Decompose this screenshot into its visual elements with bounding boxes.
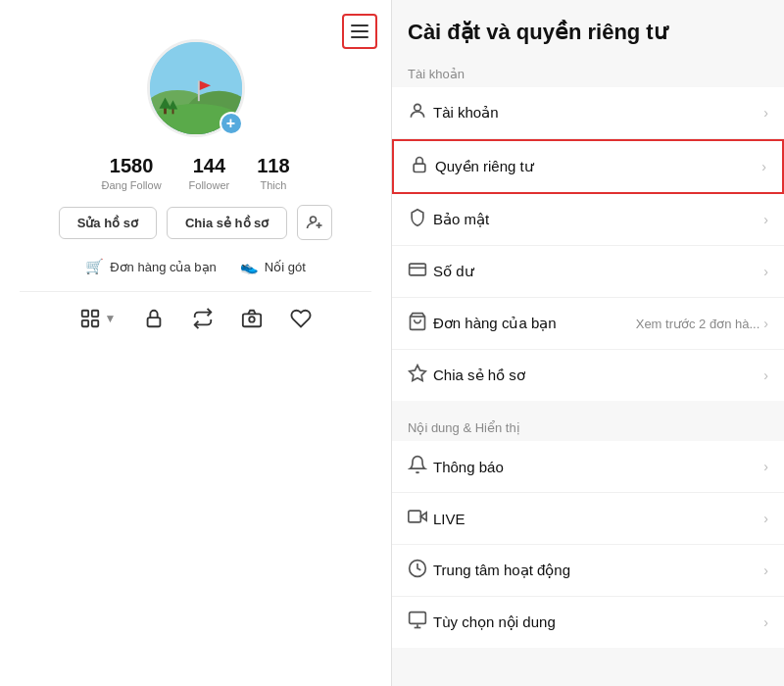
add-avatar-button[interactable]: +: [220, 112, 243, 135]
privacy-label: Quyền riêng tư: [435, 158, 761, 175]
chevron-icon: ›: [763, 563, 768, 578]
chevron-icon: ›: [763, 368, 768, 383]
activity-icon: [408, 559, 433, 582]
links-row: 🛒 Đơn hàng của bạn 👟 Nối gót: [85, 258, 306, 275]
svg-rect-30: [410, 612, 426, 624]
orders-label: Đơn hàng của bạn: [110, 260, 217, 274]
section-gap: [392, 401, 784, 411]
orders-sub: Xem trước 2 đơn hà...: [636, 317, 760, 331]
share-icon: [408, 364, 433, 387]
security-icon: [408, 208, 433, 231]
content-options-label: Tùy chọn nội dung: [433, 613, 763, 631]
menu-item-content-options[interactable]: Tùy chọn nội dung ›: [392, 597, 784, 648]
svg-rect-16: [81, 320, 87, 326]
cart-icon: 🛒: [85, 258, 104, 275]
security-label: Bảo mật: [433, 211, 763, 228]
divider: [20, 291, 371, 292]
svg-rect-22: [414, 164, 425, 172]
chevron-icon: ›: [763, 459, 768, 474]
section-label-content: Nội dung & Hiển thị: [392, 411, 784, 441]
orders-link[interactable]: 🛒 Đơn hàng của bạn: [85, 258, 217, 275]
balance-icon: [408, 260, 433, 283]
live-icon: [408, 507, 433, 530]
chevron-icon: ›: [763, 264, 768, 279]
orders-label: Đơn hàng của bạn: [433, 315, 636, 332]
settings-title: Cài đặt và quyền riêng tư: [408, 20, 768, 45]
account-menu-list: Tài khoản › Quyền riêng tư › Bảo mật ›: [392, 87, 784, 401]
action-row: Sửa hồ sơ Chia sẻ hồ sơ: [59, 205, 333, 240]
svg-point-11: [311, 217, 317, 222]
following-count: 1580: [110, 155, 154, 177]
content-menu-list: Thông báo › LIVE › Trung tâm hoạt động ›: [392, 441, 784, 648]
followers-count: 144: [193, 155, 225, 177]
menu-item-live[interactable]: LIVE ›: [392, 493, 784, 545]
chevron-icon: ›: [763, 511, 768, 526]
menu-button[interactable]: [342, 14, 377, 49]
settings-header: Cài đặt và quyền riêng tư: [392, 0, 784, 57]
stats-row: 1580 Đang Follow 144 Follower 118 Thich: [101, 155, 289, 191]
menu-item-share[interactable]: Chia sẻ hồ sơ ›: [392, 350, 784, 401]
stat-likes: 118 Thich: [257, 155, 289, 191]
stat-followers: 144 Follower: [189, 155, 230, 191]
account-label: Tài khoản: [433, 104, 763, 122]
balance-label: Số dư: [433, 263, 763, 280]
svg-rect-14: [81, 311, 87, 317]
heart-icon-button[interactable]: [290, 308, 312, 329]
chevron-icon: ›: [763, 316, 768, 331]
edit-profile-button[interactable]: Sửa hồ sơ: [59, 207, 157, 239]
likes-label: Thich: [260, 179, 286, 191]
svg-point-20: [250, 317, 256, 322]
chevron-icon: ›: [763, 614, 768, 630]
right-panel: Cài đặt và quyền riêng tư Tài khoản Tài …: [392, 0, 784, 686]
svg-rect-23: [410, 264, 426, 275]
shoes-label: Nối gót: [265, 260, 306, 274]
chevron-icon: ›: [763, 212, 768, 227]
left-panel: + 1580 Đang Follow 144 Follower 118 Thic…: [0, 0, 392, 686]
svg-rect-17: [91, 320, 97, 326]
notification-icon: [408, 455, 433, 478]
live-label: LIVE: [433, 511, 763, 527]
menu-item-privacy[interactable]: Quyền riêng tư ›: [392, 139, 784, 194]
stat-following: 1580 Đang Follow: [101, 155, 161, 191]
grid-icon-button[interactable]: ▼: [79, 308, 117, 329]
menu-item-activity[interactable]: Trung tâm hoạt động ›: [392, 545, 784, 597]
share-profile-button[interactable]: Chia sẻ hồ sơ: [167, 207, 287, 239]
avatar-section: +: [147, 39, 245, 137]
menu-item-notifications[interactable]: Thông báo ›: [392, 441, 784, 493]
menu-item-account[interactable]: Tài khoản ›: [392, 87, 784, 139]
menu-item-orders[interactable]: Đơn hàng của bạn Xem trước 2 đơn hà... ›: [392, 298, 784, 350]
content-icon: [408, 611, 433, 634]
svg-rect-5: [197, 80, 199, 101]
notifications-label: Thông báo: [433, 459, 763, 475]
svg-rect-28: [409, 511, 421, 522]
activity-label: Trung tâm hoạt động: [433, 562, 763, 579]
shoes-icon: 👟: [240, 258, 259, 275]
menu-item-security[interactable]: Bảo mật ›: [392, 194, 784, 246]
followers-label: Follower: [189, 179, 230, 191]
share-label: Chia sẻ hồ sơ: [433, 367, 763, 384]
svg-marker-27: [420, 513, 426, 520]
svg-marker-26: [410, 366, 426, 381]
privacy-icon: [410, 155, 435, 178]
hamburger-icon: [351, 24, 368, 38]
dropdown-arrow: ▼: [105, 312, 117, 325]
lock-icon-button[interactable]: [143, 308, 165, 329]
account-icon: [408, 101, 433, 124]
chevron-icon: ›: [761, 159, 766, 174]
svg-rect-18: [148, 318, 161, 326]
menu-item-balance[interactable]: Số dư ›: [392, 246, 784, 298]
likes-count: 118: [257, 155, 289, 177]
icon-nav: ▼: [79, 308, 313, 329]
section-label-account: Tài khoản: [392, 57, 784, 87]
following-label: Đang Follow: [101, 179, 161, 191]
camera-icon-button[interactable]: [241, 308, 263, 329]
chevron-icon: ›: [763, 105, 768, 121]
shoes-link[interactable]: 👟 Nối gót: [240, 258, 306, 275]
repost-icon-button[interactable]: [192, 308, 214, 329]
orders-icon: [408, 312, 433, 335]
add-friend-button[interactable]: [297, 205, 332, 240]
svg-rect-15: [91, 311, 97, 317]
svg-point-21: [415, 104, 421, 111]
